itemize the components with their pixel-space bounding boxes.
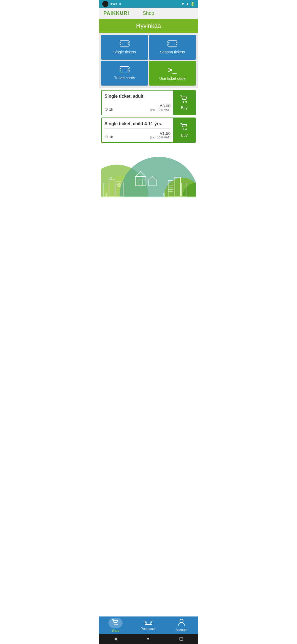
price-amount-adult: €3.00: [150, 103, 170, 108]
ticket-grid: Single tickets Season tickets Travel car: [99, 33, 198, 88]
city-banner: Hyvinkää: [99, 19, 198, 33]
clock-icon-adult: ⏱: [105, 107, 108, 111]
svg-point-7: [176, 42, 177, 45]
season-tickets-button[interactable]: Season tickets: [149, 35, 196, 60]
ticket-name-child: Single ticket, child 4-11 yrs.: [105, 121, 170, 129]
svg-point-16: [186, 101, 187, 102]
cart-icon-adult: [180, 95, 188, 104]
price-vat-child: (incl. 10% VAT): [150, 136, 170, 139]
clock-icon-child: ⏱: [105, 135, 108, 139]
svg-point-18: [186, 129, 187, 130]
tickets-list: Single ticket, adult ⏱ 1h €3.00 (incl. 1…: [99, 88, 198, 228]
ticket-details-adult: ⏱ 1h €3.00 (incl. 10% VAT): [105, 103, 170, 111]
svg-point-6: [167, 42, 169, 45]
duration-text-child: 1h: [109, 135, 113, 139]
ticket-price-child: €1.50 (incl. 10% VAT): [150, 131, 170, 139]
ticket-icon-single: [120, 40, 130, 48]
ticket-details-child: ⏱ 1h €1.50 (incl. 10% VAT): [105, 131, 170, 139]
battery-icon: 🔋: [190, 2, 195, 6]
camera-icon: [102, 1, 108, 7]
use-ticket-code-button[interactable]: >_ Use ticket code: [149, 61, 196, 86]
status-left: 3:43 ⏸: [102, 1, 122, 7]
buy-button-child[interactable]: Buy: [173, 118, 195, 142]
svg-rect-10: [120, 67, 129, 72]
ticket-info-child: Single ticket, child 4-11 yrs. ⏱ 1h €1.5…: [102, 118, 173, 142]
travel-cards-label: Travel cards: [114, 76, 135, 80]
ticket-card-child: Single ticket, child 4-11 yrs. ⏱ 1h €1.5…: [101, 118, 196, 143]
ticket-icon-travel: [120, 66, 130, 73]
status-bar: 3:43 ⏸ ▼ ▲ 🔋: [99, 0, 198, 8]
ticket-price-adult: €3.00 (incl. 10% VAT): [150, 103, 170, 111]
ticket-duration-adult: ⏱ 1h: [105, 107, 113, 111]
price-amount-child: €1.50: [150, 131, 170, 136]
travel-cards-button[interactable]: Travel cards: [101, 61, 148, 86]
buy-label-child: Buy: [181, 133, 188, 137]
duration-text-adult: 1h: [109, 107, 113, 111]
svg-point-15: [183, 101, 184, 102]
cart-icon-child: [180, 123, 188, 132]
signal-icon: ▲: [186, 2, 189, 6]
svg-point-1: [120, 42, 121, 45]
price-vat-adult: (incl. 10% VAT): [150, 108, 170, 111]
svg-point-17: [183, 129, 184, 130]
ticket-info-adult: Single ticket, adult ⏱ 1h €3.00 (incl. 1…: [102, 91, 173, 115]
use-ticket-code-label: Use ticket code: [159, 76, 186, 81]
svg-rect-5: [168, 41, 177, 46]
ticket-name-adult: Single ticket, adult: [105, 94, 170, 101]
app-title: Shop: [143, 10, 154, 16]
ticket-duration-child: ⏱ 1h: [105, 135, 113, 139]
city-name: Hyvinkää: [136, 22, 161, 29]
buy-label-adult: Buy: [181, 105, 188, 110]
single-tickets-label: Single tickets: [113, 50, 136, 54]
wifi-icon: ▼: [181, 2, 185, 6]
app-logo: PAIKKURI: [103, 10, 129, 16]
single-tickets-button[interactable]: Single tickets: [101, 35, 148, 60]
buy-button-adult[interactable]: Buy: [173, 91, 195, 115]
ticket-icon-season: [167, 40, 177, 48]
status-time: 3:43: [110, 2, 117, 6]
app-header: PAIKKURI Shop: [99, 8, 198, 19]
svg-rect-0: [120, 41, 129, 46]
media-icon: ⏸: [119, 2, 122, 6]
svg-point-12: [128, 68, 130, 70]
city-illustration: [101, 148, 196, 197]
svg-point-2: [128, 42, 130, 45]
season-tickets-label: Season tickets: [160, 50, 185, 54]
svg-point-11: [120, 68, 121, 70]
ticket-card-adult: Single ticket, adult ⏱ 1h €3.00 (incl. 1…: [101, 90, 196, 115]
status-right: ▼ ▲ 🔋: [181, 2, 195, 6]
terminal-icon: >_: [168, 66, 177, 74]
